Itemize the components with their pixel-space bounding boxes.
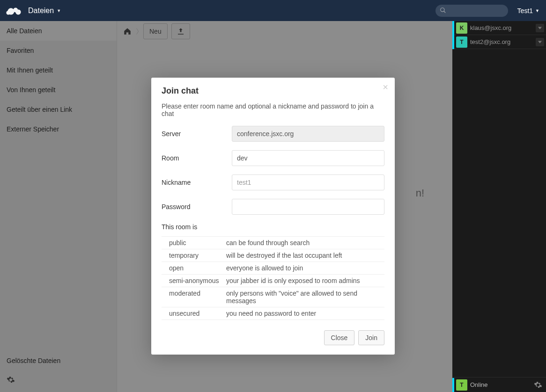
svg-marker-6 — [538, 27, 542, 29]
room-info-heading: This room is — [162, 223, 384, 231]
user-menu-label: Test1 — [517, 7, 533, 15]
presence-indicator — [452, 35, 454, 49]
app-logo[interactable] — [4, 1, 23, 21]
password-label: Password — [162, 203, 232, 211]
contact-row[interactable]: K klaus@jsxc.org — [452, 21, 546, 35]
close-button[interactable]: Close — [324, 330, 355, 345]
room-label: Room — [162, 154, 232, 162]
room-info-value: can be found through search — [224, 237, 384, 249]
cloud-icon — [6, 6, 22, 16]
chat-sidebar: K klaus@jsxc.org T test2@jsxc.org T Onli… — [452, 21, 546, 392]
room-info-row: unsecuredyou need no password to enter — [162, 307, 384, 320]
nickname-label: Nickname — [162, 179, 232, 186]
room-info-value: you need no password to enter — [224, 307, 384, 320]
chevron-down-icon: ▼ — [535, 8, 539, 13]
user-menu[interactable]: Test1 ▼ — [515, 7, 542, 15]
svg-point-4 — [440, 7, 444, 11]
chevron-down-icon — [538, 26, 542, 30]
room-info-key: moderated — [162, 287, 224, 307]
svg-point-2 — [15, 9, 21, 15]
app-name-label: Dateien — [28, 7, 54, 15]
join-chat-modal: × Join chat Please enter room name and o… — [151, 78, 395, 355]
password-input[interactable] — [232, 199, 384, 215]
self-status-label: Online — [470, 381, 534, 388]
presence-indicator — [452, 21, 454, 35]
contact-menu-button[interactable] — [536, 38, 544, 46]
contact-row[interactable]: T test2@jsxc.org — [452, 35, 546, 49]
room-info-key: open — [162, 262, 224, 275]
modal-title: Join chat — [162, 86, 384, 96]
room-info-row: semi-anonymousyour jabber id is only exp… — [162, 275, 384, 287]
avatar: T — [456, 379, 467, 391]
modal-close-button[interactable]: × — [383, 82, 388, 92]
search-field-wrap — [435, 5, 508, 17]
avatar: K — [456, 22, 467, 34]
close-button-label: Close — [331, 334, 348, 341]
room-info-value: your jabber id is only exposed to room a… — [224, 275, 384, 287]
server-input — [232, 126, 384, 142]
room-info-value: everyone is allowed to join — [224, 262, 384, 275]
app-switcher[interactable]: Dateien ▼ — [28, 7, 61, 15]
modal-description: Please enter room name and optional a ni… — [162, 102, 384, 117]
svg-point-3 — [6, 11, 10, 15]
room-info-value: will be destroyed if the last occupant l… — [224, 249, 384, 262]
room-info-row: publiccan be found through search — [162, 237, 384, 249]
nickname-input[interactable] — [232, 174, 384, 190]
room-input[interactable] — [232, 150, 384, 166]
close-icon: × — [383, 82, 388, 92]
gear-icon[interactable] — [534, 381, 542, 389]
contact-name: test2@jsxc.org — [470, 38, 536, 45]
room-info-value: only persons with "voice" are allowed to… — [224, 287, 384, 307]
room-info-key: semi-anonymous — [162, 275, 224, 287]
room-info-key: temporary — [162, 249, 224, 262]
chevron-down-icon — [538, 40, 542, 44]
app-header: Dateien ▼ Test1 ▼ — [0, 0, 546, 21]
contact-menu-button[interactable] — [536, 24, 544, 32]
room-info-row: openeveryone is allowed to join — [162, 262, 384, 275]
room-info-table: publiccan be found through searchtempora… — [162, 236, 384, 320]
join-button[interactable]: Join — [358, 330, 384, 345]
search-input[interactable] — [435, 5, 508, 17]
self-status-row[interactable]: T Online — [452, 377, 546, 392]
join-button-label: Join — [365, 334, 377, 341]
room-info-row: temporarywill be destroyed if the last o… — [162, 249, 384, 262]
room-info-key: unsecured — [162, 307, 224, 320]
presence-indicator — [452, 378, 454, 392]
chevron-down-icon: ▼ — [57, 8, 61, 13]
server-label: Server — [162, 130, 232, 138]
contact-name: klaus@jsxc.org — [470, 24, 536, 31]
svg-line-5 — [443, 11, 445, 13]
svg-marker-7 — [538, 41, 542, 43]
room-info-row: moderatedonly persons with "voice" are a… — [162, 287, 384, 307]
avatar: T — [456, 36, 467, 48]
search-icon — [440, 7, 446, 14]
room-info-key: public — [162, 237, 224, 249]
